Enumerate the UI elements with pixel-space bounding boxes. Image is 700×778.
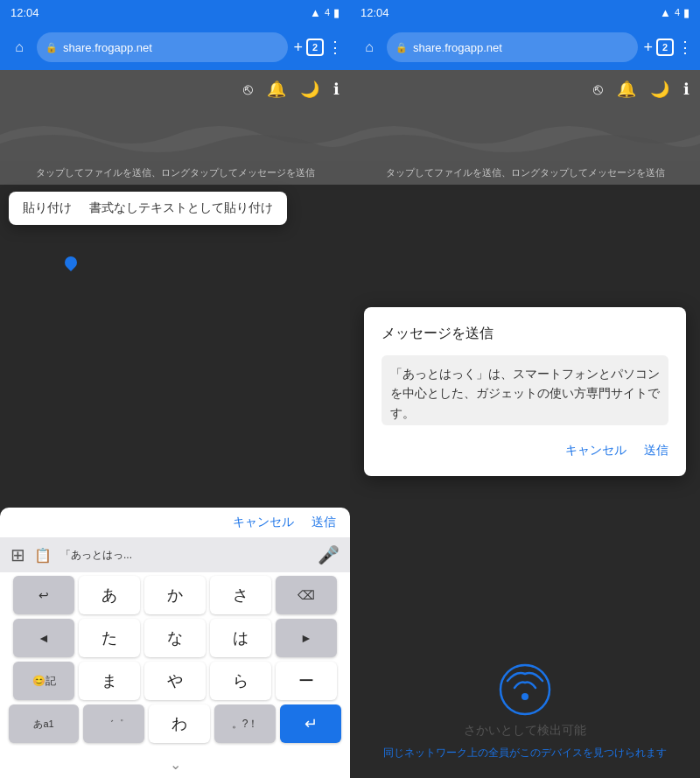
- discovery-section: さかいとして検出可能 同じネットワーク上の全員がこのデバイスを見つけられます: [350, 663, 700, 760]
- svg-point-1: [522, 693, 528, 700]
- right-url-bar[interactable]: 🔒 share.frogapp.net: [387, 32, 638, 62]
- left-moon-icon[interactable]: 🌙: [300, 80, 319, 99]
- right-bell-icon[interactable]: 🔔: [617, 80, 636, 99]
- right-add-tab-button[interactable]: +: [643, 39, 653, 57]
- dialog-cancel-button[interactable]: キャンセル: [565, 443, 626, 459]
- left-panel: 12:04 ▲ 4 ▮ ⌂ 🔒 share.frogapp.net + 2 ⋮ …: [0, 0, 350, 778]
- left-hint-text: タップしてファイルを送信、ロングタップしてメッセージを送信: [0, 161, 350, 185]
- discovery-label: さかいとして検出可能: [464, 723, 586, 739]
- right-url-text: share.frogapp.net: [413, 41, 502, 54]
- clipboard-icon: 📋: [34, 547, 52, 564]
- right-tab-count[interactable]: 2: [656, 39, 674, 56]
- left-url-text: share.frogapp.net: [63, 41, 152, 54]
- discovery-sublabel: 同じネットワーク上の全員がこのデバイスを見つけられます: [366, 746, 684, 760]
- key-row-4: あa1 ゛゜ わ 。?！ ↵: [5, 704, 345, 743]
- key-a[interactable]: あ: [79, 576, 140, 614]
- left-status-bar: 12:04 ▲ 4 ▮: [0, 0, 350, 25]
- left-bell-icon[interactable]: 🔔: [267, 80, 286, 99]
- discovery-wifi-icon: [499, 663, 551, 716]
- left-signal-icon: 4: [325, 7, 330, 18]
- right-lock-icon: 🔒: [396, 42, 408, 53]
- key-ma[interactable]: ま: [79, 662, 140, 700]
- left-menu-button[interactable]: ⋮: [327, 38, 343, 57]
- key-ya[interactable]: や: [144, 662, 206, 700]
- key-na[interactable]: な: [144, 619, 206, 657]
- key-ha[interactable]: は: [210, 619, 271, 657]
- left-bottom-panel: キャンセル 送信 ⊞ 📋 「あっとはっ... 🎤 ↩ あ か さ ⌫: [0, 508, 350, 778]
- right-hint-text: タップしてファイルを送信、ロングタップしてメッセージを送信: [350, 161, 700, 185]
- key-left[interactable]: ◄: [13, 619, 74, 657]
- text-cursor: [62, 254, 80, 271]
- left-wave-area: [0, 109, 350, 161]
- paste-button[interactable]: 貼り付け: [23, 200, 72, 216]
- left-time: 12:04: [10, 6, 39, 19]
- paste-no-format-button[interactable]: 書式なしテキストとして貼り付け: [89, 200, 273, 216]
- key-row-3: 😊記 ま や ら ー: [5, 662, 345, 700]
- svg-point-0: [500, 665, 550, 714]
- right-moon-icon[interactable]: 🌙: [650, 80, 669, 99]
- key-dakuten[interactable]: ゛゜: [83, 704, 144, 743]
- left-tab-count[interactable]: 2: [306, 39, 324, 56]
- left-info-icon[interactable]: ℹ: [333, 80, 340, 99]
- right-wifi-icon: ▲: [660, 6, 671, 19]
- keyboard-grid-icon[interactable]: ⊞: [10, 544, 25, 565]
- key-ta[interactable]: た: [79, 619, 140, 657]
- right-battery-icon: ▮: [683, 6, 690, 19]
- keyboard-bottom: ⌄: [0, 751, 350, 778]
- left-add-tab-button[interactable]: +: [293, 39, 303, 57]
- left-battery-icon: ▮: [333, 6, 340, 19]
- right-menu-button[interactable]: ⋮: [677, 38, 693, 57]
- right-home-button[interactable]: ⌂: [357, 39, 382, 55]
- dialog-title: メッセージを送信: [382, 325, 668, 343]
- left-action-row: キャンセル 送信: [0, 508, 350, 537]
- right-app-toolbar: ⎋ 🔔 🌙 ℹ: [350, 70, 700, 109]
- key-ra[interactable]: ら: [210, 662, 271, 700]
- left-browser-actions: + 2 ⋮: [293, 38, 343, 57]
- left-wifi-icon: ▲: [310, 6, 321, 19]
- left-exit-icon[interactable]: ⎋: [243, 81, 253, 99]
- right-content-area: メッセージを送信 「あっとはっく」は、スマートフォンとパソコンを中心とした、ガジ…: [350, 185, 700, 778]
- left-cancel-button[interactable]: キャンセル: [233, 515, 294, 530]
- dialog-message-input[interactable]: 「あっとはっく」は、スマートフォンとパソコンを中心とした、ガジェットの使い方専門…: [382, 355, 668, 425]
- key-punct[interactable]: 。?！: [214, 704, 276, 743]
- left-send-button[interactable]: 送信: [312, 515, 336, 530]
- right-signal-icon: 4: [675, 7, 680, 18]
- right-exit-icon[interactable]: ⎋: [593, 81, 603, 99]
- right-wave-area: [350, 109, 700, 161]
- right-info-icon[interactable]: ℹ: [683, 80, 690, 99]
- key-mode-switch[interactable]: あa1: [9, 704, 79, 743]
- message-dialog: メッセージを送信 「あっとはっく」は、スマートフォンとパソコンを中心とした、ガジ…: [364, 307, 686, 476]
- key-ka[interactable]: か: [144, 576, 206, 614]
- left-app-toolbar: ⎋ 🔔 🌙 ℹ: [0, 70, 350, 109]
- key-dash[interactable]: ー: [276, 662, 337, 700]
- right-status-icons: ▲ 4 ▮: [660, 6, 690, 19]
- left-home-button[interactable]: ⌂: [7, 39, 32, 55]
- dialog-send-button[interactable]: 送信: [644, 443, 668, 459]
- right-browser-actions: + 2 ⋮: [643, 38, 693, 57]
- dialog-actions: キャンセル 送信: [382, 443, 668, 459]
- key-enter[interactable]: ↵: [280, 704, 341, 743]
- right-panel: 12:04 ▲ 4 ▮ ⌂ 🔒 share.frogapp.net + 2 ⋮ …: [350, 0, 700, 778]
- left-lock-icon: 🔒: [46, 42, 58, 53]
- key-sa[interactable]: さ: [210, 576, 271, 614]
- left-url-bar[interactable]: 🔒 share.frogapp.net: [37, 32, 288, 62]
- left-context-menu: 貼り付け 書式なしテキストとして貼り付け: [9, 192, 287, 225]
- key-emoji-kigo[interactable]: 😊記: [13, 662, 74, 700]
- clipboard-text: 「あっとはっ...: [60, 548, 132, 563]
- key-wa[interactable]: わ: [149, 704, 210, 743]
- keyboard-chevron-down[interactable]: ⌄: [170, 756, 181, 773]
- key-row-1: ↩ あ か さ ⌫: [5, 576, 345, 614]
- keyboard-toolbar-left: ⊞ 📋 「あっとはっ...: [10, 544, 132, 565]
- right-time: 12:04: [360, 6, 389, 19]
- key-right[interactable]: ►: [276, 619, 337, 657]
- key-undo[interactable]: ↩: [13, 576, 74, 614]
- key-backspace[interactable]: ⌫: [276, 576, 337, 614]
- mic-icon[interactable]: 🎤: [318, 544, 340, 565]
- right-status-bar: 12:04 ▲ 4 ▮: [350, 0, 700, 25]
- keyboard-toolbar: ⊞ 📋 「あっとはっ... 🎤: [0, 537, 350, 572]
- keyboard-grid: ↩ あ か さ ⌫ ◄ た な は ► 😊記 ま や ら ー: [0, 572, 350, 751]
- left-browser-chrome: ⌂ 🔒 share.frogapp.net + 2 ⋮: [0, 25, 350, 70]
- key-row-2: ◄ た な は ►: [5, 619, 345, 657]
- left-status-icons: ▲ 4 ▮: [310, 6, 340, 19]
- right-browser-chrome: ⌂ 🔒 share.frogapp.net + 2 ⋮: [350, 25, 700, 70]
